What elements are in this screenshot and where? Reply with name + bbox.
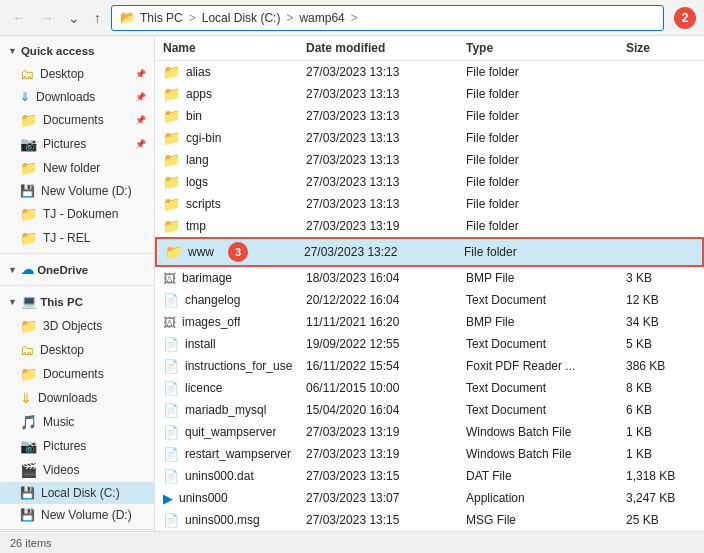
sidebar-item-desktop[interactable]: 🗂 Desktop 📌	[0, 62, 154, 86]
table-row-www[interactable]: 📁 www 3 27/03/2023 13:22 File folder	[155, 237, 704, 267]
drive-icon: 💾	[20, 486, 35, 500]
sidebar-item-pictures[interactable]: 📷 Pictures 📌	[0, 132, 154, 156]
sidebar-item-newfolder[interactable]: 📁 New folder	[0, 156, 154, 180]
table-row[interactable]: 📄 quit_wampserver 27/03/2023 13:19 Windo…	[155, 421, 704, 443]
file-date: 06/11/2015 10:00	[306, 381, 466, 395]
file-date: 27/03/2023 13:15	[306, 513, 466, 527]
quick-access-label: Quick access	[21, 45, 95, 57]
up-button[interactable]: ↑	[90, 8, 105, 28]
dat-icon: 📄	[163, 469, 179, 484]
table-row[interactable]: 📄 mariadb_mysql 15/04/2020 16:04 Text Do…	[155, 399, 704, 421]
file-size: 34 KB	[626, 315, 696, 329]
file-type: Text Document	[466, 381, 626, 395]
sidebar-item-downloads2[interactable]: ⇓ Downloads	[0, 386, 154, 410]
sidebar-item-downloads[interactable]: ⇓ Downloads 📌	[0, 86, 154, 108]
onedrive-label: OneDrive	[37, 264, 88, 276]
file-type: Application	[466, 491, 626, 505]
table-row[interactable]: 📁 apps 27/03/2023 13:13 File folder	[155, 83, 704, 105]
table-row[interactable]: 📄 restart_wampserver 27/03/2023 13:19 Wi…	[155, 443, 704, 465]
sidebar-item-desktop2[interactable]: 🗂 Desktop	[0, 338, 154, 362]
file-size: 6 KB	[626, 403, 696, 417]
file-name: unins000.msg	[185, 513, 260, 527]
table-row[interactable]: 📁 cgi-bin 27/03/2023 13:13 File folder	[155, 127, 704, 149]
folder-icon: 📷	[20, 136, 37, 152]
pin-icon: 📌	[135, 115, 146, 125]
file-size: 12 KB	[626, 293, 696, 307]
table-row[interactable]: 🖼 images_off 11/11/2021 16:20 BMP File 3…	[155, 311, 704, 333]
table-row[interactable]: 📄 instructions_for_use 16/11/2022 15:54 …	[155, 355, 704, 377]
folder-icon: 📁	[20, 160, 37, 176]
sidebar-quick-access-header[interactable]: ▼ Quick access	[0, 40, 154, 62]
back-button[interactable]: ←	[8, 8, 30, 28]
crumb-wamp64: wamp64	[299, 11, 344, 25]
table-row[interactable]: 📁 tmp 27/03/2023 13:19 File folder	[155, 215, 704, 237]
sidebar-item-tj-dokumen[interactable]: 📁 TJ - Dokumen	[0, 202, 154, 226]
batch-icon: 📄	[163, 425, 179, 440]
table-row[interactable]: 📄 licence 06/11/2015 10:00 Text Document…	[155, 377, 704, 399]
file-date: 27/03/2023 13:19	[306, 219, 466, 233]
sidebar-item-local-disk-c[interactable]: 💾 Local Disk (C:)	[0, 482, 154, 504]
file-name: apps	[186, 87, 212, 101]
recent-button[interactable]: ⌄	[64, 8, 84, 28]
sidebar-item-tj-rel[interactable]: 📁 TJ - REL	[0, 226, 154, 250]
table-row[interactable]: 📁 bin 27/03/2023 13:13 File folder	[155, 105, 704, 127]
file-size: 3,247 KB	[626, 491, 696, 505]
header-size: Size	[626, 41, 696, 55]
table-row[interactable]: 📄 unins000.dat 27/03/2023 13:15 DAT File…	[155, 465, 704, 487]
table-row[interactable]: 📄 install 19/09/2022 12:55 Text Document…	[155, 333, 704, 355]
step-2-badge: 2	[674, 7, 696, 29]
toolbar: ← → ⌄ ↑ 📂 This PC > Local Disk (C:) > wa…	[0, 0, 704, 36]
file-area: Name Date modified Type Size 📁 alias 27/…	[155, 36, 704, 531]
file-date: 27/03/2023 13:19	[306, 447, 466, 461]
table-row[interactable]: 📁 logs 27/03/2023 13:13 File folder	[155, 171, 704, 193]
sidebar-item-documents[interactable]: 📁 Documents 📌	[0, 108, 154, 132]
sidebar-item-label: New Volume (D:)	[41, 508, 132, 522]
this-pc-label: This PC	[40, 296, 83, 308]
file-type: Text Document	[466, 293, 626, 307]
table-row[interactable]: ▶ unins000 27/03/2023 13:07 Application …	[155, 487, 704, 509]
onedrive-icon: ☁	[21, 262, 34, 277]
sidebar-item-label: TJ - REL	[43, 231, 90, 245]
pin-icon: 📌	[135, 69, 146, 79]
sidebar-item-videos[interactable]: 🎬 Videos	[0, 458, 154, 482]
file-type: File folder	[466, 219, 626, 233]
file-size: 8 KB	[626, 381, 696, 395]
main-area: ▼ Quick access 🗂 Desktop 📌 ⇓ Downloads 📌…	[0, 36, 704, 531]
file-name: instructions_for_use	[185, 359, 292, 373]
file-date: 16/11/2022 15:54	[306, 359, 466, 373]
table-row[interactable]: 📁 alias 27/03/2023 13:13 File folder	[155, 61, 704, 83]
sidebar-item-newvolumed[interactable]: 💾 New Volume (D:)	[0, 180, 154, 202]
table-row[interactable]: 📁 scripts 27/03/2023 13:13 File folder	[155, 193, 704, 215]
folder-icon: 🗂	[20, 342, 34, 358]
address-bar[interactable]: 📂 This PC > Local Disk (C:) > wamp64 >	[111, 5, 664, 31]
sidebar-item-3dobjects[interactable]: 📁 3D Objects	[0, 314, 154, 338]
text-icon: 📄	[163, 337, 179, 352]
sidebar-onedrive-header[interactable]: ▼ ☁ OneDrive	[0, 257, 154, 282]
table-row[interactable]: 📄 changelog 20/12/2022 16:04 Text Docume…	[155, 289, 704, 311]
drive-icon: 💾	[20, 508, 35, 522]
file-type: BMP File	[466, 271, 626, 285]
table-row[interactable]: 📁 lang 27/03/2023 13:13 File folder	[155, 149, 704, 171]
statusbar: 26 items	[0, 531, 704, 553]
file-type: File folder	[466, 153, 626, 167]
sidebar-this-pc-header[interactable]: ▼ 💻 This PC	[0, 289, 154, 314]
file-size: 25 KB	[626, 513, 696, 527]
table-row[interactable]: 📄 unins000.msg 27/03/2023 13:15 MSG File…	[155, 509, 704, 531]
crumb-localdisk: Local Disk (C:)	[202, 11, 281, 25]
table-row[interactable]: 🖼 barimage 18/03/2023 16:04 BMP File 3 K…	[155, 267, 704, 289]
pc-icon: 💻	[21, 294, 37, 309]
sidebar-item-docs2[interactable]: 📁 Documents	[0, 362, 154, 386]
sidebar-item-music[interactable]: 🎵 Music	[0, 410, 154, 434]
file-date: 27/03/2023 13:15	[306, 469, 466, 483]
sidebar-item-new-volume-d[interactable]: 💾 New Volume (D:)	[0, 504, 154, 526]
divider	[0, 529, 154, 530]
file-name: alias	[186, 65, 211, 79]
file-name: images_off	[182, 315, 240, 329]
forward-button[interactable]: →	[36, 8, 58, 28]
sidebar-item-label: Desktop	[40, 67, 84, 81]
folder-icon: 🎵	[20, 414, 37, 430]
file-name: logs	[186, 175, 208, 189]
file-name: cgi-bin	[186, 131, 221, 145]
file-list-header: Name Date modified Type Size	[155, 36, 704, 61]
sidebar-item-pictures2[interactable]: 📷 Pictures	[0, 434, 154, 458]
